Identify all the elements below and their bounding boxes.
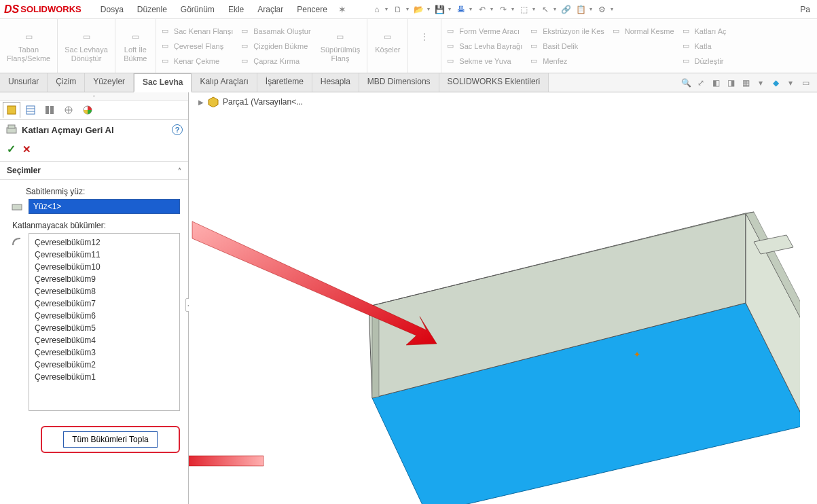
- appearances-icon[interactable]: ▾: [784, 77, 797, 89]
- print-icon[interactable]: 🖶: [455, 3, 467, 16]
- ribbon-cross-break[interactable]: ▭Çapraz Kırma: [236, 54, 313, 69]
- ribbon-normal-cut[interactable]: ▭Normal Kesme: [607, 24, 677, 39]
- ribbon-jog[interactable]: ▭Basamak Oluştur: [236, 24, 313, 39]
- caret-icon[interactable]: ▾: [469, 6, 472, 12]
- list-item[interactable]: Çevreselbüküm7: [32, 298, 177, 310]
- list-item[interactable]: Çevreselbüküm10: [32, 261, 177, 273]
- zoom-fit-icon[interactable]: 🔍: [680, 77, 692, 89]
- rebuild-icon[interactable]: 📋: [575, 3, 587, 16]
- caret-icon[interactable]: ▾: [385, 6, 388, 12]
- shade-icon[interactable]: ◆: [769, 77, 782, 89]
- list-item[interactable]: Çevreselbüküm3: [32, 346, 177, 359]
- zoom-area-icon[interactable]: ⤢: [695, 77, 707, 89]
- ribbon-convert-sheet[interactable]: ▭ Sac LevhayaDönüştür: [58, 19, 115, 73]
- tab-evaluate[interactable]: Hesapla: [312, 73, 359, 92]
- panel-collapse-handle[interactable]: ◦: [0, 92, 188, 101]
- tab-moldtools[interactable]: Kalıp Araçları: [192, 73, 257, 92]
- caret-icon[interactable]: ▾: [490, 6, 493, 12]
- breadcrumb-expand-icon[interactable]: ▶: [198, 98, 204, 106]
- caret-icon[interactable]: ▾: [553, 6, 556, 12]
- graphics-viewport[interactable]: ▶ Parça1 (Varsayılan<... ✦: [189, 92, 817, 504]
- caret-icon[interactable]: ▾: [611, 6, 613, 12]
- caret-icon[interactable]: ▾: [406, 6, 409, 12]
- ribbon-gusset[interactable]: ▭Sac Levha Bayrağı: [441, 39, 525, 54]
- appearance-tab[interactable]: [79, 102, 96, 118]
- ribbon-miter-flange[interactable]: ▭Çevresel Flanş: [156, 39, 236, 54]
- property-tab[interactable]: [22, 102, 39, 118]
- section-view-icon[interactable]: ▦: [740, 77, 752, 89]
- breadcrumb-part[interactable]: Parça1 (Varsayılan<...: [223, 97, 303, 107]
- feature-tree-tab[interactable]: [3, 102, 20, 118]
- caret-icon[interactable]: ▾: [532, 6, 535, 12]
- ribbon-vent[interactable]: ▭Menfez: [525, 54, 606, 69]
- list-item[interactable]: Çevreselbüküm12: [32, 236, 177, 249]
- menu-window[interactable]: Pencere: [290, 2, 334, 17]
- ribbon-flatten[interactable]: ▭Düzleştir: [677, 54, 729, 69]
- tab-features[interactable]: Unsurlar: [0, 73, 48, 92]
- ribbon-fold[interactable]: ▭Katla: [677, 39, 729, 54]
- section-header[interactable]: Seçimler ˄: [0, 161, 188, 180]
- menu-edit[interactable]: Düzenle: [130, 2, 174, 17]
- ribbon-forming-tool[interactable]: ▭Form Verme Aracı: [441, 24, 525, 39]
- pin-icon[interactable]: ✶: [334, 4, 350, 15]
- tab-mbd[interactable]: MBD Dimensions: [359, 73, 439, 92]
- list-item[interactable]: Çevreselbüküm6: [32, 310, 177, 322]
- decals-icon[interactable]: ▭: [799, 77, 812, 89]
- tab-addins[interactable]: SOLIDWORKS Eklentileri: [439, 73, 549, 92]
- caret-icon[interactable]: ▾: [511, 6, 514, 12]
- ribbon-corners[interactable]: ▭ Köşeler: [367, 19, 408, 73]
- ribbon-sketched-bend[interactable]: ▭Çizgiden Bükme: [236, 39, 313, 54]
- menu-view[interactable]: Görünüm: [174, 2, 221, 17]
- tab-sheetmetal[interactable]: Sac Levha: [134, 73, 192, 92]
- display-style-icon[interactable]: ◨: [725, 77, 737, 89]
- ribbon-base-flange[interactable]: ▭ TabanFlanş/Sekme: [0, 19, 58, 73]
- list-item[interactable]: Çevreselbüküm1: [32, 371, 177, 383]
- view-orient-icon[interactable]: ◧: [710, 77, 722, 89]
- link-icon[interactable]: 🔗: [560, 3, 573, 16]
- dimxpert-tab[interactable]: [60, 102, 77, 118]
- menu-insert[interactable]: Ekle: [221, 2, 251, 17]
- ribbon-extruded-cut[interactable]: ▭Ekstrüzyon ile Kes: [525, 24, 606, 39]
- ribbon-edge-flange[interactable]: ▭Sac Kenarı Flanşı: [156, 24, 236, 39]
- menu-tools[interactable]: Araçlar: [251, 2, 290, 17]
- normal-cut-icon: ▭: [610, 26, 622, 37]
- model-view[interactable]: ✦: [270, 133, 800, 504]
- tab-surfaces[interactable]: Yüzeyler: [85, 73, 134, 92]
- list-item[interactable]: Çevreselbüküm2: [32, 359, 177, 371]
- ribbon-swept-flange[interactable]: ▭ SüpürülmüşFlanş: [314, 19, 368, 73]
- menu-bar: DS SOLIDWORKS Dosya Düzenle Görünüm Ekle…: [0, 0, 817, 19]
- undo-icon[interactable]: ↶: [476, 3, 488, 16]
- bends-listbox[interactable]: Çevreselbüküm12 Çevreselbüküm11 Çevresel…: [29, 233, 180, 411]
- menu-file[interactable]: Dosya: [94, 2, 130, 17]
- config-tab[interactable]: [41, 102, 58, 118]
- redo-icon[interactable]: ↷: [497, 3, 509, 16]
- collect-all-bends-button[interactable]: Tüm Bükümleri Topla: [63, 431, 158, 448]
- ribbon-tab-slot[interactable]: ▭Sekme ve Yuva: [441, 54, 525, 69]
- open-icon[interactable]: 📂: [413, 3, 425, 16]
- list-item[interactable]: Çevreselbüküm5: [32, 322, 177, 334]
- scene-icon[interactable]: ▾: [755, 77, 767, 89]
- home-icon[interactable]: ⌂: [371, 3, 383, 16]
- tab-markup[interactable]: İşaretleme: [257, 73, 312, 92]
- ribbon-hem[interactable]: ▭Kenar Çekme: [156, 54, 236, 69]
- list-item[interactable]: Çevreselbüküm8: [32, 285, 177, 298]
- ribbon-loft-bend[interactable]: ▭ Loft İleBükme: [115, 19, 156, 73]
- tab-sketch[interactable]: Çizim: [48, 73, 85, 92]
- select-icon[interactable]: ⬚: [518, 3, 530, 16]
- ok-button[interactable]: ✓: [7, 143, 16, 156]
- settings-icon[interactable]: ⚙: [596, 3, 609, 16]
- list-item[interactable]: Çevreselbüküm11: [32, 249, 177, 261]
- cursor-icon[interactable]: ↖: [539, 3, 551, 16]
- ribbon-simple-hole[interactable]: ▭Basit Delik: [525, 39, 606, 54]
- new-icon[interactable]: 🗋: [392, 3, 404, 16]
- list-item[interactable]: Çevreselbüküm9: [32, 273, 177, 285]
- caret-icon[interactable]: ▾: [427, 6, 430, 12]
- fixed-face-input[interactable]: Yüz<1>: [29, 199, 180, 214]
- help-icon[interactable]: ?: [172, 124, 183, 135]
- caret-icon[interactable]: ▾: [448, 6, 451, 12]
- ribbon-unfold[interactable]: ▭Katları Aç: [677, 24, 729, 39]
- caret-icon[interactable]: ▾: [589, 6, 592, 12]
- list-item[interactable]: Çevreselbüküm4: [32, 334, 177, 346]
- save-icon[interactable]: 💾: [434, 3, 446, 16]
- cancel-button[interactable]: ✕: [22, 143, 31, 156]
